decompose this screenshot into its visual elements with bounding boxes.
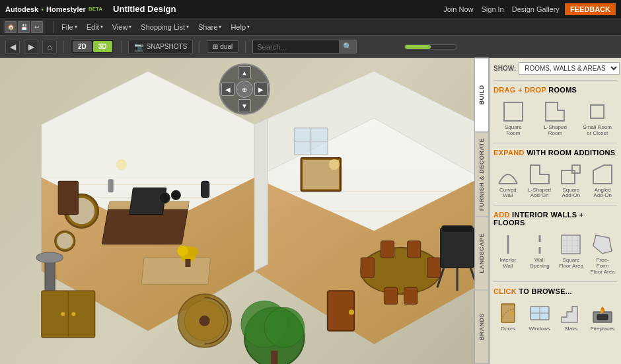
home-icon-btn[interactable]: 🏠 <box>5 21 17 33</box>
nav-left-btn[interactable]: ◀ <box>221 83 235 96</box>
divider-3 <box>493 205 617 205</box>
svg-rect-48 <box>141 258 210 284</box>
menu-help[interactable]: Help ▾ <box>227 18 254 36</box>
square-addon-icon[interactable]: SquareAdd-On <box>557 161 586 201</box>
design-title: Untitled Design <box>113 4 443 14</box>
menu-shopping[interactable]: Shopping List ▾ <box>137 18 193 36</box>
wall-opening-label: WallOpening <box>530 258 550 270</box>
small-room-label: Small Roomor Closet <box>583 125 612 137</box>
right-panel: SHOW: ROOMS, WALLS & AREAS DRAG + DROP R… <box>489 58 621 364</box>
svg-point-55 <box>329 159 340 170</box>
top-bar: Autodesk • Homestyler BETA Untitled Desi… <box>0 0 621 18</box>
menu-separator <box>53 21 54 33</box>
feedback-button[interactable]: FEEDBACK <box>565 3 616 15</box>
menu-icon-group: 🏠 💾 ↩ <box>3 20 45 34</box>
divider-1 <box>493 80 617 81</box>
fireplaces-icon[interactable]: Fireplaces <box>588 299 617 334</box>
search-input[interactable] <box>253 41 339 53</box>
vert-tab-landscape[interactable]: LANDSCAPE <box>474 217 489 291</box>
menu-view-arrow: ▾ <box>129 24 131 30</box>
nav-down-btn[interactable]: ▼ <box>238 99 251 112</box>
small-room-icon[interactable]: Small Roomor Closet <box>577 98 617 139</box>
view-2d-btn[interactable]: 2D <box>73 41 92 52</box>
logo: Autodesk • Homestyler BETA <box>5 5 102 13</box>
divider-4 <box>493 281 617 282</box>
svg-rect-31 <box>408 241 421 258</box>
curved-wall-icon[interactable]: Curved Wall <box>493 161 523 201</box>
click-rest: TO BROWSE... <box>519 287 571 295</box>
section-expand: EXPAND WITH ROOM ADDITIONS <box>493 149 617 157</box>
svg-rect-28 <box>361 258 374 277</box>
snapshot-btn[interactable]: 📷 SNAPSHOTS <box>128 40 194 54</box>
design-gallery-link[interactable]: Design Gallery <box>512 5 560 13</box>
svg-point-26 <box>36 252 63 263</box>
svg-point-57 <box>349 309 354 314</box>
forward-btn[interactable]: ▶ <box>24 40 38 54</box>
toolbar-sep2 <box>121 41 122 53</box>
svg-marker-15 <box>254 118 268 271</box>
square-floor-icon[interactable]: SquareFloor Area <box>557 231 586 277</box>
undo-icon-btn[interactable]: ↩ <box>31 21 43 33</box>
home-nav-btn[interactable]: ⌂ <box>42 40 57 54</box>
top-links: Join Now Sign In Design Gallery <box>443 5 560 13</box>
svg-point-87 <box>511 312 513 314</box>
menu-file[interactable]: File ▾ <box>57 18 81 36</box>
square-addon-label: SquareAdd-On <box>562 188 581 200</box>
square-room-icon[interactable]: SquareRoom <box>493 98 533 139</box>
freeform-floor-label: Free-FormFloor Area <box>590 258 615 275</box>
svg-rect-53 <box>201 181 209 198</box>
l-shaped-addon-icon[interactable]: L-ShapedAdd-On <box>525 161 554 201</box>
view-3d-btn[interactable]: 3D <box>93 41 112 52</box>
save-icon-btn[interactable]: 💾 <box>18 21 30 33</box>
svg-point-51 <box>188 247 198 256</box>
back-btn[interactable]: ◀ <box>5 40 20 54</box>
svg-rect-35 <box>442 226 472 233</box>
vert-tab-furnish[interactable]: FURNISH & DECORATE <box>474 132 489 217</box>
vert-tab-brands[interactable]: BRANDS <box>474 290 489 364</box>
wall-opening-icon[interactable]: WallOpening <box>525 231 554 277</box>
search-go-btn[interactable]: 🔍 <box>339 40 356 53</box>
angled-addon-icon[interactable]: AngledAdd-On <box>588 161 617 201</box>
menu-share-label: Share <box>198 23 217 31</box>
vert-tabs: BUILD FURNISH & DECORATE LANDSCAPE BRAND… <box>474 58 489 364</box>
dual-btn[interactable]: ⊞ dual <box>207 40 238 53</box>
browse-grid: Doors Windows <box>493 299 617 334</box>
join-now-link[interactable]: Join Now <box>443 5 473 13</box>
logo-homestyler: Homestyler <box>46 5 86 13</box>
nav-up-btn[interactable]: ▲ <box>238 66 251 79</box>
show-select[interactable]: ROOMS, WALLS & AREAS <box>519 62 620 75</box>
toolbar-search: 🔍 <box>252 40 357 54</box>
doors-icon[interactable]: Doors <box>493 299 523 334</box>
menu-share[interactable]: Share ▾ <box>194 18 225 36</box>
svg-point-19 <box>159 192 170 203</box>
menu-share-arrow: ▾ <box>219 24 221 30</box>
l-shaped-room-icon[interactable]: L-ShapedRoom <box>536 98 575 139</box>
menu-edit[interactable]: Edit ▾ <box>83 18 107 36</box>
menu-view[interactable]: View ▾ <box>108 18 136 36</box>
expand-orange: EXPAND <box>493 149 525 157</box>
sign-in-link[interactable]: Sign In <box>481 5 503 13</box>
nav-right-btn[interactable]: ▶ <box>254 83 268 96</box>
svg-point-54 <box>116 159 127 170</box>
windows-icon[interactable]: Windows <box>525 299 554 334</box>
main-area: ⊕ ▲ ▼ ◀ ▶ <box>0 58 621 364</box>
doors-label: Doors <box>501 326 515 332</box>
logo-autodesk: Autodesk <box>5 5 38 13</box>
interior-wall-icon[interactable]: InteriorWall <box>493 231 523 277</box>
snapshot-label: SNAPSHOTS <box>147 43 188 50</box>
drag-orange: DRAG + DROP <box>493 86 546 94</box>
toolbar-sep4 <box>245 41 246 53</box>
toolbar-sep3 <box>200 41 200 53</box>
svg-rect-73 <box>572 165 580 173</box>
toolbar: ◀ ▶ ⌂ 2D 3D 📷 SNAPSHOTS ⊞ dual 🔍 <box>0 36 621 58</box>
svg-rect-67 <box>504 102 523 121</box>
stairs-icon[interactable]: Stairs <box>557 299 586 334</box>
svg-point-41 <box>264 307 304 347</box>
walls-grid: InteriorWall WallOpening <box>493 231 617 277</box>
freeform-floor-icon[interactable]: Free-FormFloor Area <box>588 231 617 277</box>
svg-point-65 <box>61 312 65 316</box>
svg-rect-34 <box>441 228 474 268</box>
canvas[interactable]: ⊕ ▲ ▼ ◀ ▶ <box>0 58 489 364</box>
vert-tab-build[interactable]: BUILD <box>474 58 489 132</box>
svg-rect-42 <box>271 351 277 364</box>
